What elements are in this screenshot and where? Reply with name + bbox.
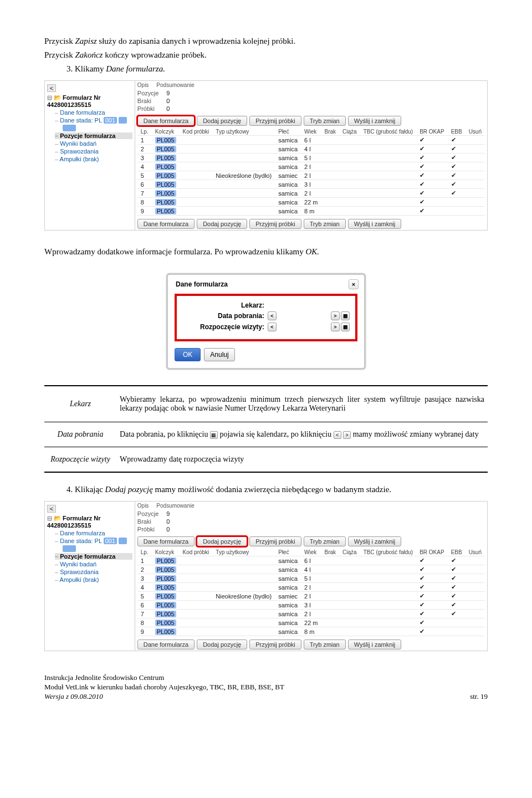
- intro-line2: Przycisk Zakończ kończy wprowadzanie pró…: [44, 49, 488, 61]
- table-row[interactable]: 3PL005samica5 l✔✔: [137, 574, 485, 583]
- definitions-table: Lekarz Wybieramy lekarza, po wprowadzeni…: [44, 385, 488, 473]
- def-rozp-text: Wprowadzamy datę rozpoczęcia wizyty: [116, 447, 488, 473]
- tree-item[interactable]: – Ampułki (brak): [55, 576, 132, 583]
- table-row[interactable]: 5PL005Nieokreślone (bydło)samiec2 l✔✔: [137, 592, 485, 601]
- calendar-icon[interactable]: ▦: [341, 323, 350, 331]
- ok-button[interactable]: OK: [175, 348, 201, 361]
- toolbar-button[interactable]: Wyślij i zamknij: [348, 536, 401, 546]
- toolbar-button[interactable]: Dane formularza: [137, 536, 195, 546]
- chevron-left-icon: <: [334, 431, 341, 439]
- close-icon[interactable]: ×: [349, 279, 359, 289]
- toolbar-button[interactable]: Przyjmij próbki: [249, 219, 301, 229]
- tree-item[interactable]: – Pozycje formularza: [55, 553, 132, 560]
- table-row[interactable]: 4PL005samica2 l✔✔: [137, 583, 485, 592]
- table-row[interactable]: 1PL005samica6 l✔✔: [137, 136, 485, 145]
- table-row[interactable]: 8PL005samica22 m✔: [137, 618, 485, 627]
- summary-label: Braki: [137, 518, 167, 525]
- summary-value: 0: [166, 525, 177, 533]
- toolbar-button[interactable]: Tryb zmian: [304, 116, 346, 126]
- table-row[interactable]: 8PL005samica22 m✔: [137, 198, 485, 207]
- tree-item[interactable]: [63, 545, 132, 552]
- intro-line1: Przycisk Zapisz służy do zapisania danyc…: [44, 35, 488, 47]
- table-row[interactable]: 7PL005samica2 l✔✔: [137, 189, 485, 198]
- grid-header: EBB: [448, 128, 466, 136]
- table-row[interactable]: 2PL005samica4 l✔✔: [137, 565, 485, 574]
- summary-block: OpisPodsumowaniePozycje9Braki0Próbki0: [135, 81, 487, 112]
- dialog-title-text: Dane formularza: [176, 280, 228, 288]
- toolbar-button[interactable]: Dodaj pozycję: [197, 219, 247, 229]
- summary-label: Próbki: [137, 105, 167, 112]
- back-icon[interactable]: <: [47, 84, 56, 92]
- grid-header: BR OKAP: [416, 549, 447, 556]
- highlighted-fields: Lekarz: Data pobrania: < > ▦ Rozpoczęcie…: [175, 294, 357, 341]
- chevron-right-icon: >: [343, 431, 351, 439]
- table-row[interactable]: 5PL005Nieokreślone (bydło)samiec2 l✔✔: [137, 171, 485, 180]
- toolbar-button[interactable]: Wyślij i zamknij: [348, 219, 401, 229]
- toolbar-button[interactable]: Dane formularza: [137, 640, 195, 649]
- table-row[interactable]: 4PL005samica2 l✔✔: [137, 162, 485, 171]
- toolbar-button[interactable]: Tryb zmian: [304, 640, 346, 649]
- def-rozp-label: Rozpoczęcie wizyty: [44, 447, 116, 473]
- toolbar-button[interactable]: Dane formularza: [137, 116, 195, 126]
- summary-label: Braki: [137, 97, 167, 105]
- tree-item[interactable]: – Wyniki badań: [55, 561, 132, 567]
- table-row[interactable]: 6PL005samica3 l✔✔: [137, 601, 485, 610]
- summary-tab: Podsumowanie: [156, 503, 194, 509]
- tree-item[interactable]: – Sprawozdania: [55, 148, 132, 155]
- data-grid: Lp.KolczykKod próbkiTyp użytkowyPłećWiek…: [137, 549, 485, 636]
- grid-header: Kolczyk: [152, 549, 180, 556]
- toolbar-button[interactable]: Dodaj pozycję: [197, 116, 247, 126]
- tree-root[interactable]: ⊟ 📂Formularz Nr 4428001235515: [47, 94, 132, 108]
- toolbar-button[interactable]: Wyślij i zamknij: [348, 116, 401, 126]
- toolbar-button[interactable]: Wyślij i zamknij: [348, 640, 401, 649]
- chevron-left-icon[interactable]: <: [268, 323, 277, 331]
- grid-header: Typ użytkowy: [212, 549, 275, 556]
- def-lekarz-text: Wybieramy lekarza, po wprowadzeniu minim…: [116, 386, 488, 422]
- toolbar-button[interactable]: Tryb zmian: [304, 219, 346, 229]
- tree-item[interactable]: – Dane stada: PL 001: [55, 538, 132, 544]
- tree-item[interactable]: – Wyniki badań: [55, 140, 132, 147]
- toolbar-button[interactable]: Przyjmij próbki: [249, 116, 301, 126]
- grid-header: Typ użytkowy: [212, 128, 275, 136]
- table-row[interactable]: 2PL005samica4 l✔✔: [137, 145, 485, 154]
- chevron-right-icon[interactable]: >: [331, 323, 340, 331]
- toolbar-button[interactable]: Dane formularza: [137, 219, 195, 229]
- grid-header: TBC (grubość fałdu): [360, 128, 416, 136]
- grid-header: Płeć: [275, 549, 301, 556]
- table-row[interactable]: 3PL005samica5 l✔✔: [137, 154, 485, 162]
- summary-value: 0: [166, 105, 177, 112]
- table-row[interactable]: 6PL005samica3 l✔✔: [137, 180, 485, 189]
- tree-root[interactable]: ⊟ 📂Formularz Nr 4428001235515: [47, 515, 132, 529]
- chevron-left-icon[interactable]: <: [268, 311, 277, 320]
- toolbar-button[interactable]: Dodaj pozycję: [197, 536, 247, 546]
- tree-item[interactable]: [63, 125, 132, 131]
- table-row[interactable]: 9PL005samica8 m✔: [137, 207, 485, 216]
- tree-item[interactable]: – Sprawozdania: [55, 569, 132, 575]
- toolbar-button[interactable]: Przyjmij próbki: [249, 640, 301, 649]
- table-row[interactable]: 9PL005samica8 m✔: [137, 627, 485, 636]
- tree-item[interactable]: – Dane stada: PL 001: [55, 117, 132, 124]
- chevron-right-icon[interactable]: >: [331, 311, 340, 320]
- summary-value: 9: [166, 89, 177, 97]
- calendar-icon[interactable]: ▦: [341, 311, 350, 320]
- tree-item[interactable]: – Dane formularza: [55, 109, 132, 116]
- grid-header: Usuń: [466, 549, 485, 556]
- summary-value: 0: [166, 518, 177, 525]
- tree-item[interactable]: – Pozycje formularza: [55, 132, 132, 139]
- tree-item[interactable]: – Ampułki (brak): [55, 156, 132, 162]
- footer-line1: Instrukcja Jednolite Środowisko Centrum: [44, 673, 284, 683]
- table-row[interactable]: 1PL005samica6 l✔✔: [137, 556, 485, 565]
- grid-header: Kolczyk: [152, 128, 180, 136]
- def-data-label: Data pobrania: [44, 422, 116, 447]
- cancel-button[interactable]: Anuluj: [204, 348, 234, 361]
- table-row[interactable]: 7PL005samica2 l✔✔: [137, 610, 485, 618]
- grid-header: TBC (grubość fałdu): [360, 549, 416, 556]
- tree-item[interactable]: – Dane formularza: [55, 530, 132, 536]
- summary-label: Próbki: [137, 525, 167, 533]
- tree-panel: <⊟ 📂Formularz Nr 4428001235515– Dane for…: [45, 81, 135, 230]
- toolbar-button[interactable]: Tryb zmian: [304, 536, 346, 546]
- grid-header: BR OKAP: [416, 128, 447, 136]
- toolbar-button[interactable]: Dodaj pozycję: [197, 640, 247, 649]
- toolbar-button[interactable]: Przyjmij próbki: [249, 536, 301, 546]
- back-icon[interactable]: <: [47, 505, 56, 513]
